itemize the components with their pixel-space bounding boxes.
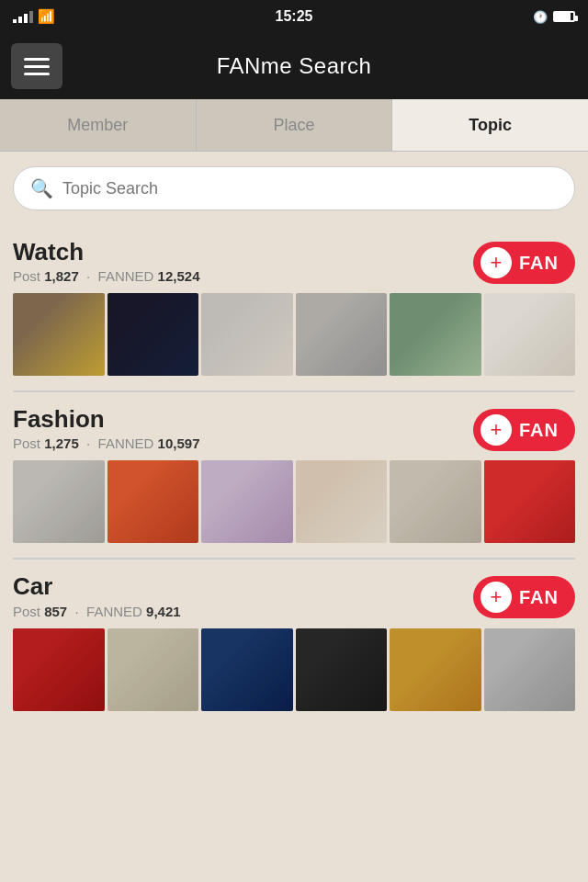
fashion-image-4[interactable] xyxy=(296,460,388,543)
topic-header-fashion: Fashion Post 1,275 · FANNED 10,597 + FAN xyxy=(13,405,575,451)
fashion-image-3[interactable] xyxy=(201,460,293,543)
status-right: 🕐 xyxy=(533,10,575,24)
car-image-4[interactable] xyxy=(296,628,388,711)
tab-place[interactable]: Place xyxy=(197,99,393,151)
topic-title-fashion: Fashion xyxy=(13,405,199,434)
watch-image-4[interactable] xyxy=(296,293,388,376)
search-bar: 🔍 xyxy=(13,166,575,210)
clock-icon: 🕐 xyxy=(533,10,548,24)
signal-icon xyxy=(13,11,33,23)
fan-btn-label-watch: FAN xyxy=(519,253,559,274)
topic-section-car: Car Post 857 · FANNED 9,421 + FAN xyxy=(0,560,588,710)
fashion-image-2[interactable] xyxy=(107,460,199,543)
topic-title-car: Car xyxy=(13,572,181,601)
hamburger-line xyxy=(24,65,50,68)
topic-title-watch: Watch xyxy=(13,238,199,266)
fashion-image-grid xyxy=(13,460,575,543)
tab-member[interactable]: Member xyxy=(0,99,197,151)
hamburger-line xyxy=(24,73,50,75)
topic-stats-car: Post 857 · FANNED 9,421 xyxy=(13,604,181,619)
search-input[interactable] xyxy=(62,179,558,198)
status-bar: 📶 15:25 🕐 xyxy=(0,0,588,33)
fan-btn-label-fashion: FAN xyxy=(519,420,559,441)
topic-section-watch: Watch Post 1,827 · FANNED 12,524 + FAN xyxy=(0,225,588,376)
watch-image-6[interactable] xyxy=(484,293,576,376)
status-left: 📶 xyxy=(13,8,55,25)
search-icon: 🔍 xyxy=(30,177,53,199)
car-image-1[interactable] xyxy=(13,628,105,711)
topic-header-car: Car Post 857 · FANNED 9,421 + FAN xyxy=(13,572,575,618)
topic-info-watch: Watch Post 1,827 · FANNED 12,524 xyxy=(13,238,199,284)
watch-image-1[interactable] xyxy=(13,293,105,376)
topic-info-car: Car Post 857 · FANNED 9,421 xyxy=(13,572,181,618)
header: FANme Search xyxy=(0,33,588,99)
app-title: FANme Search xyxy=(77,53,577,79)
menu-button[interactable] xyxy=(11,43,62,89)
watch-image-3[interactable] xyxy=(201,293,293,376)
fan-btn-label-car: FAN xyxy=(519,587,559,608)
fashion-image-1[interactable] xyxy=(13,460,105,543)
fan-button-watch[interactable]: + FAN xyxy=(473,242,575,284)
topic-stats-fashion: Post 1,275 · FANNED 10,597 xyxy=(13,435,199,451)
watch-image-5[interactable] xyxy=(390,293,481,376)
fashion-image-6[interactable] xyxy=(484,460,576,543)
topic-section-fashion: Fashion Post 1,275 · FANNED 10,597 + FAN xyxy=(0,392,588,543)
battery-icon xyxy=(553,11,575,22)
fashion-image-5[interactable] xyxy=(390,460,481,543)
car-image-3[interactable] xyxy=(201,628,293,711)
topic-header-watch: Watch Post 1,827 · FANNED 12,524 + FAN xyxy=(13,238,575,284)
fan-plus-icon-fashion: + xyxy=(481,414,512,446)
car-image-2[interactable] xyxy=(107,628,199,711)
fan-plus-icon: + xyxy=(481,247,512,278)
hamburger-line xyxy=(24,58,50,61)
fan-plus-icon-car: + xyxy=(481,582,512,613)
search-container: 🔍 xyxy=(0,152,588,225)
car-image-grid xyxy=(13,628,575,711)
topic-stats-watch: Post 1,827 · FANNED 12,524 xyxy=(13,268,199,284)
status-time: 15:25 xyxy=(276,8,313,25)
wifi-icon: 📶 xyxy=(38,8,55,25)
car-image-6[interactable] xyxy=(484,628,576,711)
watch-image-grid xyxy=(13,293,575,376)
topic-info-fashion: Fashion Post 1,275 · FANNED 10,597 xyxy=(13,405,199,451)
watch-image-2[interactable] xyxy=(107,293,199,376)
tab-topic[interactable]: Topic xyxy=(392,99,588,151)
fan-button-fashion[interactable]: + FAN xyxy=(473,409,575,451)
tab-bar: Member Place Topic xyxy=(0,99,588,152)
car-image-5[interactable] xyxy=(390,628,481,711)
fan-button-car[interactable]: + FAN xyxy=(473,576,575,618)
